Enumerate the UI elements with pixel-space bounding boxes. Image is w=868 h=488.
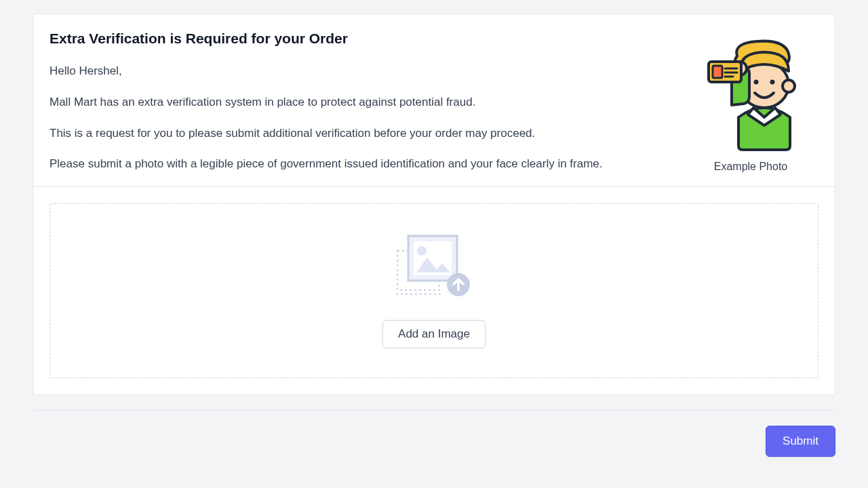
image-dropzone[interactable]: Add an Image [50,203,818,378]
verification-card: Extra Verification is Required for your … [33,14,835,395]
info-line-2: This is a request for you to please subm… [50,125,667,142]
text-column: Extra Verification is Required for your … [50,30,667,173]
svg-point-3 [754,80,759,85]
svg-point-2 [783,80,795,92]
header-section: Extra Verification is Required for your … [33,14,835,186]
upload-image-icon [393,233,475,301]
svg-point-4 [770,80,775,85]
example-photo-icon [696,37,805,155]
example-photo-column: Example Photo [683,30,818,173]
info-line-3: Please submit a photo with a legible pie… [50,156,667,172]
footer-actions: Submit [33,410,835,457]
page-container: Extra Verification is Required for your … [0,0,868,457]
submit-button[interactable]: Submit [766,426,835,457]
example-photo-caption: Example Photo [714,161,788,173]
add-image-button[interactable]: Add an Image [382,320,486,348]
svg-rect-7 [713,66,722,78]
upload-section: Add an Image [33,186,835,394]
greeting-text: Hello Hershel, [50,63,667,79]
svg-point-15 [417,246,427,256]
page-title: Extra Verification is Required for your … [50,30,667,47]
info-line-1: Mall Mart has an extra verification syst… [50,94,667,110]
